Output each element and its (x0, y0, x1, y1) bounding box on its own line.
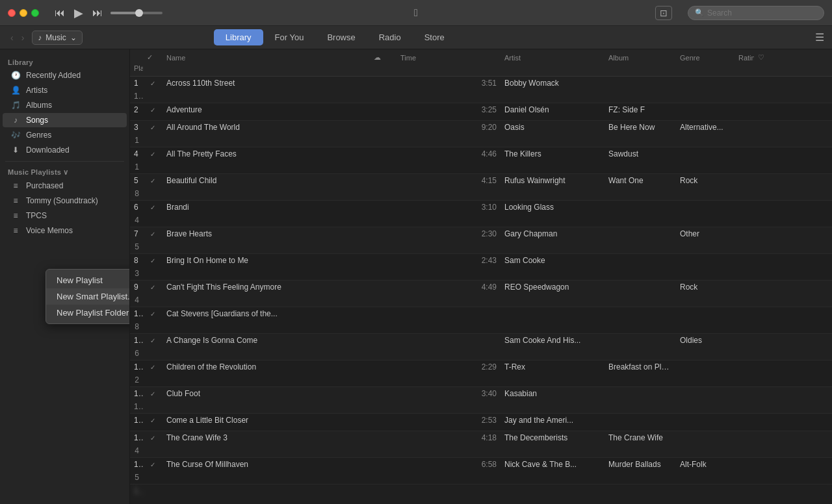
row-check: ✓ (143, 309, 162, 320)
table-row[interactable]: 8✓Bring It On Home to Me2:43Sam Cooke3 (130, 254, 832, 281)
recently-added-icon: 🕐 (10, 71, 21, 80)
sidebar-item-tommy[interactable]: ≡ Tommy (Soundtrack) (3, 194, 127, 208)
table-row[interactable]: 11✓A Change Is Gonna ComeSam Cooke And H… (130, 334, 832, 360)
table-row[interactable]: 2✓Adventure3:25Daniel OlsénFZ: Side F (130, 103, 832, 121)
row-rating (734, 462, 754, 466)
row-genre: Oldies (676, 334, 734, 347)
sidebar-item-tpcs[interactable]: ≡ TPCS (3, 208, 127, 223)
sidebar-item-songs[interactable]: ♪ Songs (3, 113, 127, 127)
context-menu: New Playlist New Smart Playlist... New P… (46, 269, 130, 324)
row-check: ✓ (143, 78, 162, 89)
row-num: 4 (130, 147, 143, 160)
sidebar-divider (5, 161, 124, 162)
row-time: 4:49 (396, 281, 500, 294)
row-num: 7 (130, 227, 143, 240)
table-row[interactable]: 1✓Across 110th Street3:51Bobby Womack17 (130, 77, 832, 103)
tab-store[interactable]: Store (413, 29, 456, 45)
tab-browse[interactable]: Browse (315, 29, 367, 45)
th-time[interactable]: Time (396, 53, 500, 63)
volume-slider[interactable] (110, 12, 162, 14)
table-row[interactable]: 3✓All Around The World9:20OasisBe Here N… (130, 121, 832, 147)
th-plays[interactable]: Plays (130, 63, 143, 73)
table-row[interactable]: 14✓Come a Little Bit Closer2:53Jay and t… (130, 414, 832, 431)
th-name[interactable]: Name (162, 53, 358, 63)
airplay-icon: ⊡ (660, 8, 668, 18)
row-check: ✓ (143, 282, 162, 293)
row-name: Across 110th Street (162, 77, 358, 90)
row-rating (734, 338, 754, 342)
row-artist: REO Speedwagon (500, 281, 604, 294)
close-button[interactable] (8, 9, 16, 17)
tommy-icon: ≡ (10, 196, 21, 205)
context-new-playlist[interactable]: New Playlist (46, 272, 130, 288)
th-genre[interactable]: Genre (676, 53, 734, 63)
sidebar-item-recently-added[interactable]: 🕐 Recently Added (3, 68, 127, 82)
source-selector[interactable]: ♪ Music ⌄ (32, 31, 82, 45)
forward-button[interactable]: › (19, 31, 27, 44)
table-row[interactable]: 4✓All The Pretty Faces4:46The KillersSaw… (130, 147, 832, 174)
fast-forward-button[interactable]: ⏭ (92, 7, 103, 19)
row-num: 6 (130, 201, 143, 214)
maximize-button[interactable] (31, 9, 39, 17)
nav-tabs: Library For You Browse Radio Store (214, 29, 456, 45)
row-time: 2:30 (396, 227, 500, 240)
sidebar-item-genres[interactable]: 🎶 Genres (3, 128, 127, 142)
artists-icon: 👤 (10, 86, 21, 95)
table-row[interactable]: 6✓Brandi3:10Looking Glass4 (130, 201, 832, 227)
row-time: 2:53 (396, 414, 500, 427)
th-artist[interactable]: Artist (500, 53, 604, 63)
row-name (162, 489, 358, 493)
music-note-icon: ♪ (38, 33, 42, 42)
row-genre (676, 312, 734, 316)
airplay-button[interactable]: ⊡ (655, 6, 672, 20)
sidebar-item-voice-memos[interactable]: ≡ Voice Memos (3, 223, 127, 238)
table-row[interactable]: 15✓The Crane Wife 34:18The DecemberistsT… (130, 431, 832, 458)
row-heart (754, 81, 793, 85)
sidebar-item-purchased[interactable]: ≡ Purchased (3, 179, 127, 193)
table-row[interactable]: 16✓The Curse Of Millhaven6:58Nick Cave &… (130, 458, 832, 485)
table-row[interactable]: 10✓Cat Stevens [Guardians of the...8 (130, 307, 832, 334)
search-input[interactable] (707, 8, 817, 18)
th-check: ✓ (143, 52, 162, 63)
table-row[interactable]: 13✓Club Foot3:40Kasabian15 (130, 387, 832, 414)
tab-radio[interactable]: Radio (367, 29, 413, 45)
sidebar-item-albums[interactable]: 🎵 Albums (3, 98, 127, 112)
row-rating (734, 258, 754, 262)
row-artist (500, 312, 604, 316)
row-artist: Jay and the Ameri... (500, 414, 604, 427)
row-heart (754, 232, 793, 236)
tpcs-icon: ≡ (10, 211, 21, 220)
row-rating (734, 489, 754, 493)
playlists-section-label[interactable]: Music Playlists ∨ (0, 166, 129, 178)
th-cloud: ☁ (358, 52, 396, 63)
th-album[interactable]: Album (604, 53, 676, 63)
row-check: ✓ (143, 415, 162, 426)
minimize-button[interactable] (20, 9, 27, 17)
row-heart (754, 462, 793, 466)
table-row[interactable]: 7✓Brave Hearts2:30Gary ChapmanOther5 (130, 227, 832, 254)
sidebar-item-downloaded[interactable]: ⬇ Downloaded (3, 143, 127, 157)
tab-for-you[interactable]: For You (263, 29, 316, 45)
search-bar[interactable]: 🔍 (688, 6, 824, 20)
play-button[interactable]: ▶ (74, 6, 83, 20)
tab-library[interactable]: Library (214, 29, 263, 45)
row-plays: 6 (130, 347, 143, 360)
table-row[interactable]: 17 (130, 485, 832, 502)
row-album: FZ: Side F (604, 103, 676, 116)
context-new-playlist-folder[interactable]: New Playlist Folder (46, 305, 130, 321)
list-view-button[interactable]: ☰ (815, 31, 824, 44)
row-rating (734, 418, 754, 422)
sidebar-item-artists[interactable]: 👤 Artists (3, 83, 127, 97)
context-new-smart-playlist[interactable]: New Smart Playlist... (46, 288, 130, 305)
back-button[interactable]: ‹ (8, 31, 16, 44)
table-row[interactable]: 9✓Can't Fight This Feeling Anymore4:49RE… (130, 281, 832, 307)
titlebar: ⏮ ▶ ⏭  ⊡ 🔍 (0, 0, 832, 26)
table-row[interactable]: 5✓Beautiful Child4:15Rufus WainwrightWan… (130, 174, 832, 201)
th-rating[interactable]: Rating (734, 53, 754, 63)
row-genre (676, 108, 734, 112)
rewind-button[interactable]: ⏮ (55, 7, 65, 19)
row-album (604, 338, 676, 342)
row-time: 2:43 (396, 254, 500, 267)
row-genre (676, 258, 734, 262)
table-row[interactable]: 12✓Children of the Revolution2:29T-RexBr… (130, 360, 832, 387)
